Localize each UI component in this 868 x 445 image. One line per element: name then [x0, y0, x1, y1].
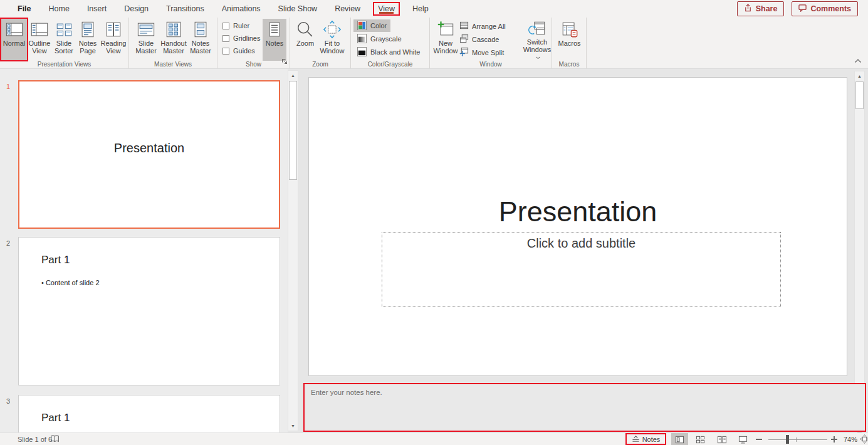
thumbnail-scrollbar-thumb[interactable]: [289, 81, 297, 180]
menu-tabs: File Home Insert Design Transitions Anim…: [0, 0, 437, 18]
gridlines-label: Gridlines: [233, 34, 260, 42]
statusbar-reading-view-button[interactable]: [713, 433, 730, 445]
notes-placeholder-text: Enter your notes here.: [311, 389, 865, 396]
handout-master-button[interactable]: Handout Master: [159, 19, 188, 60]
slide-2-thumbnail-title: Part 1: [41, 254, 70, 266]
zoom-percentage[interactable]: 74%: [841, 436, 857, 443]
tab-transitions[interactable]: Transitions: [157, 2, 213, 16]
main-scrollbar-thumb[interactable]: [855, 81, 864, 109]
macros-button[interactable]: Macros: [555, 19, 583, 60]
outline-view-label: Outline View: [27, 39, 52, 55]
comments-button[interactable]: Comments: [792, 1, 858, 16]
thumbnail-scrollbar[interactable]: ▲ ▼: [288, 70, 298, 431]
reading-view-button[interactable]: Reading View: [100, 19, 127, 60]
collapse-ribbon-icon[interactable]: [854, 55, 862, 66]
share-icon: [744, 4, 752, 14]
new-window-button[interactable]: New Window: [432, 19, 459, 60]
slide-sorter-label: Slide Sorter: [52, 39, 76, 55]
tab-slide-show[interactable]: Slide Show: [269, 2, 327, 16]
spell-check-book-icon[interactable]: [50, 434, 60, 445]
outline-view-icon: [30, 19, 49, 39]
new-window-icon: [436, 19, 455, 39]
guides-checkbox[interactable]: Guides: [222, 47, 260, 55]
main-scroll-up-icon[interactable]: ▲: [855, 71, 864, 81]
zoom-button[interactable]: Zoom: [293, 19, 317, 60]
tab-insert[interactable]: Insert: [78, 2, 115, 16]
statusbar-normal-view-button[interactable]: [671, 433, 688, 445]
outline-view-button[interactable]: Outline View: [27, 19, 52, 60]
guides-checkbox-box[interactable]: [222, 48, 229, 55]
slide-sorter-button[interactable]: Slide Sorter: [52, 19, 76, 60]
slide-thumbnail-panel: 1 Presentation 2 Part 1 • Content of sli…: [0, 69, 288, 432]
handout-master-icon: [164, 19, 183, 39]
thumbnail-scroll-down-icon[interactable]: ▼: [288, 421, 298, 431]
subtitle-placeholder-text: Click to add subtitle: [382, 236, 780, 251]
zoom-slider-tick: [796, 437, 797, 442]
group-label-master-views: Master Views: [129, 61, 217, 68]
ruler-checkbox[interactable]: Ruler: [222, 22, 260, 29]
ruler-checkbox-box[interactable]: [222, 23, 229, 29]
gridlines-checkbox-box[interactable]: [222, 35, 229, 42]
grayscale-button[interactable]: Grayscale: [353, 33, 405, 45]
normal-view-button[interactable]: Normal: [1, 19, 27, 60]
group-window: New Window Arrange All Cascade: [430, 18, 552, 68]
tab-help[interactable]: Help: [404, 2, 437, 16]
tab-review[interactable]: Review: [326, 2, 369, 16]
status-bar: Slide 1 of 6 Notes 74%: [0, 432, 868, 445]
slide-1-thumbnail[interactable]: Presentation: [18, 80, 280, 229]
share-button[interactable]: Share: [737, 1, 785, 16]
switch-windows-button[interactable]: Switch Windows: [523, 19, 552, 60]
tab-home[interactable]: Home: [40, 2, 78, 16]
chevron-down-icon: [536, 53, 540, 61]
arrange-all-icon: [459, 21, 469, 31]
zoom-out-icon[interactable]: [756, 439, 762, 440]
statusbar-notes-icon: [632, 434, 640, 444]
slide-3-number: 3: [6, 397, 10, 405]
arrange-all-label: Arrange All: [472, 23, 506, 30]
ribbon-notes-icon: [265, 19, 284, 39]
tab-view-active[interactable]: View: [373, 2, 400, 16]
zoom-slider-thumb[interactable]: [786, 435, 789, 444]
notes-master-icon: [191, 19, 210, 39]
tab-file[interactable]: File: [9, 2, 40, 16]
arrange-all-button[interactable]: Arrange All: [459, 21, 506, 31]
menu-bar: File Home Insert Design Transitions Anim…: [0, 0, 868, 18]
slide-master-button[interactable]: Slide Master: [133, 19, 159, 60]
normal-view-label: Normal: [3, 39, 25, 47]
notes-page-label: Notes Page: [76, 39, 100, 55]
thumbnail-scroll-up-icon[interactable]: ▲: [288, 71, 298, 80]
notes-page-button[interactable]: Notes Page: [76, 19, 100, 60]
gridlines-checkbox[interactable]: Gridlines: [222, 34, 260, 42]
statusbar-slide-sorter-button[interactable]: [692, 433, 709, 445]
notes-panel[interactable]: Enter your notes here.: [303, 383, 866, 432]
slide-1-number: 1: [6, 83, 10, 90]
notes-master-button[interactable]: Notes Master: [188, 19, 213, 60]
black-and-white-button[interactable]: Black and White: [353, 46, 424, 58]
slide-3-thumbnail[interactable]: Part 1: [18, 395, 280, 432]
fit-to-window-label: Fit to Window: [317, 39, 347, 55]
slide-2-thumbnail[interactable]: Part 1 • Content of slide 2: [18, 237, 280, 385]
fit-to-window-icon: [323, 19, 342, 39]
zoom-slider-track[interactable]: [768, 439, 827, 440]
tab-animations[interactable]: Animations: [213, 2, 269, 16]
notes-toggle-button[interactable]: Notes: [263, 19, 286, 61]
zoom-in-icon-vertical: [834, 436, 835, 442]
notes-master-label: Notes Master: [188, 39, 213, 55]
slide-canvas[interactable]: Presentation Click to add subtitle: [308, 77, 847, 376]
color-mode-label: Color: [370, 22, 387, 29]
slide-title-text[interactable]: Presentation: [309, 196, 847, 228]
move-split-button[interactable]: Move Split: [459, 47, 506, 58]
move-split-label: Move Split: [472, 49, 504, 56]
statusbar-notes-button[interactable]: Notes: [625, 433, 666, 445]
color-mode-button[interactable]: Color: [353, 19, 390, 32]
fit-to-window-button[interactable]: Fit to Window: [317, 19, 347, 60]
main-scrollbar[interactable]: ▲ ▼: [854, 71, 865, 422]
subtitle-placeholder-box[interactable]: Click to add subtitle: [382, 232, 781, 307]
macros-label: Macros: [558, 39, 580, 47]
tab-design[interactable]: Design: [115, 2, 157, 16]
cascade-button[interactable]: Cascade: [459, 34, 506, 45]
fit-slide-to-window-icon[interactable]: [860, 434, 868, 445]
statusbar-slideshow-button[interactable]: [735, 433, 751, 445]
group-label-window: Window: [430, 61, 552, 68]
color-mode-icon: [357, 21, 367, 31]
